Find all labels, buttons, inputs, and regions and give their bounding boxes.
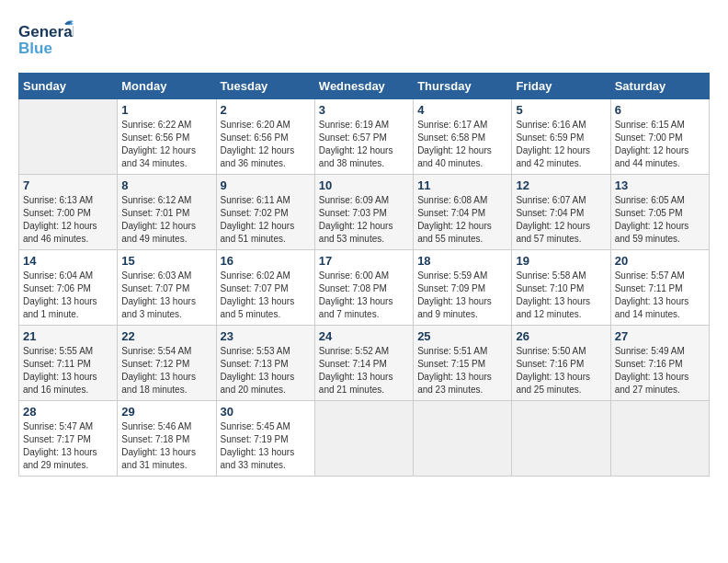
calendar-cell: 8Sunrise: 6:12 AMSunset: 7:01 PMDaylight… [118, 175, 216, 250]
day-number: 7 [23, 178, 113, 192]
calendar-cell: 20Sunrise: 5:57 AMSunset: 7:11 PMDayligh… [610, 250, 709, 326]
day-info: Sunrise: 6:16 AMSunset: 6:59 PMDaylight:… [516, 119, 606, 170]
weekday-header-monday: Monday [118, 74, 216, 99]
calendar-cell: 1Sunrise: 6:22 AMSunset: 6:56 PMDaylight… [118, 99, 216, 175]
day-number: 2 [221, 103, 311, 117]
calendar-cell: 25Sunrise: 5:51 AMSunset: 7:15 PMDayligh… [414, 326, 512, 401]
day-info: Sunrise: 5:52 AMSunset: 7:14 PMDaylight:… [319, 345, 409, 396]
day-info: Sunrise: 5:53 AMSunset: 7:13 PMDaylight:… [221, 345, 311, 396]
day-number: 17 [319, 254, 409, 268]
calendar-cell: 29Sunrise: 5:46 AMSunset: 7:18 PMDayligh… [118, 401, 216, 477]
day-info: Sunrise: 6:07 AMSunset: 7:04 PMDaylight:… [516, 194, 606, 246]
calendar-cell [610, 401, 709, 477]
page-header: General Blue [18, 18, 710, 63]
day-info: Sunrise: 6:05 AMSunset: 7:05 PMDaylight:… [615, 194, 705, 246]
day-info: Sunrise: 6:17 AMSunset: 6:58 PMDaylight:… [417, 119, 507, 170]
calendar-cell: 17Sunrise: 6:00 AMSunset: 7:08 PMDayligh… [314, 250, 413, 326]
day-info: Sunrise: 6:12 AMSunset: 7:01 PMDaylight:… [121, 194, 211, 246]
calendar-cell: 18Sunrise: 5:59 AMSunset: 7:09 PMDayligh… [414, 250, 512, 326]
day-info: Sunrise: 6:04 AMSunset: 7:06 PMDaylight:… [23, 270, 113, 321]
day-number: 14 [23, 254, 113, 268]
day-number: 30 [221, 405, 311, 419]
day-info: Sunrise: 6:08 AMSunset: 7:04 PMDaylight:… [417, 194, 507, 246]
calendar-cell: 13Sunrise: 6:05 AMSunset: 7:05 PMDayligh… [610, 175, 709, 250]
day-number: 8 [121, 178, 211, 192]
calendar-cell: 21Sunrise: 5:55 AMSunset: 7:11 PMDayligh… [19, 326, 118, 401]
day-number: 19 [516, 254, 606, 268]
weekday-header-tuesday: Tuesday [216, 74, 314, 99]
calendar-cell: 27Sunrise: 5:49 AMSunset: 7:16 PMDayligh… [610, 326, 709, 401]
day-info: Sunrise: 5:57 AMSunset: 7:11 PMDaylight:… [615, 270, 705, 321]
calendar-cell: 6Sunrise: 6:15 AMSunset: 7:00 PMDaylight… [610, 99, 709, 175]
weekday-header-thursday: Thursday [414, 74, 512, 99]
weekday-header-saturday: Saturday [610, 74, 709, 99]
calendar-cell: 12Sunrise: 6:07 AMSunset: 7:04 PMDayligh… [512, 175, 610, 250]
day-number: 11 [417, 178, 507, 192]
calendar-cell: 4Sunrise: 6:17 AMSunset: 6:58 PMDaylight… [414, 99, 512, 175]
day-info: Sunrise: 5:50 AMSunset: 7:16 PMDaylight:… [516, 345, 606, 396]
day-number: 16 [221, 254, 311, 268]
calendar-table: SundayMondayTuesdayWednesdayThursdayFrid… [18, 73, 710, 477]
day-info: Sunrise: 6:19 AMSunset: 6:57 PMDaylight:… [319, 119, 409, 170]
day-number: 13 [615, 178, 705, 192]
calendar-cell: 28Sunrise: 5:47 AMSunset: 7:17 PMDayligh… [19, 401, 118, 477]
day-number: 6 [615, 103, 705, 117]
day-info: Sunrise: 5:47 AMSunset: 7:17 PMDaylight:… [23, 420, 113, 472]
day-info: Sunrise: 5:55 AMSunset: 7:11 PMDaylight:… [23, 345, 113, 396]
day-info: Sunrise: 5:54 AMSunset: 7:12 PMDaylight:… [121, 345, 211, 396]
day-info: Sunrise: 6:22 AMSunset: 6:56 PMDaylight:… [121, 119, 211, 170]
day-number: 25 [417, 329, 507, 343]
calendar-cell: 10Sunrise: 6:09 AMSunset: 7:03 PMDayligh… [314, 175, 413, 250]
day-number: 26 [516, 329, 606, 343]
day-number: 10 [319, 178, 409, 192]
weekday-header-friday: Friday [512, 74, 610, 99]
day-info: Sunrise: 6:09 AMSunset: 7:03 PMDaylight:… [319, 194, 409, 246]
day-info: Sunrise: 5:49 AMSunset: 7:16 PMDaylight:… [615, 345, 705, 396]
day-info: Sunrise: 6:11 AMSunset: 7:02 PMDaylight:… [221, 194, 311, 246]
weekday-header-wednesday: Wednesday [314, 74, 413, 99]
day-info: Sunrise: 6:15 AMSunset: 7:00 PMDaylight:… [615, 119, 705, 170]
calendar-cell: 2Sunrise: 6:20 AMSunset: 6:56 PMDaylight… [216, 99, 314, 175]
day-number: 4 [417, 103, 507, 117]
day-info: Sunrise: 6:02 AMSunset: 7:07 PMDaylight:… [221, 270, 311, 321]
day-number: 1 [121, 103, 211, 117]
calendar-cell: 15Sunrise: 6:03 AMSunset: 7:07 PMDayligh… [118, 250, 216, 326]
calendar-cell: 24Sunrise: 5:52 AMSunset: 7:14 PMDayligh… [314, 326, 413, 401]
day-info: Sunrise: 5:58 AMSunset: 7:10 PMDaylight:… [516, 270, 606, 321]
calendar-cell: 9Sunrise: 6:11 AMSunset: 7:02 PMDaylight… [216, 175, 314, 250]
day-number: 18 [417, 254, 507, 268]
day-info: Sunrise: 5:46 AMSunset: 7:18 PMDaylight:… [121, 420, 211, 472]
day-number: 20 [615, 254, 705, 268]
svg-text:General: General [18, 23, 74, 40]
day-info: Sunrise: 5:59 AMSunset: 7:09 PMDaylight:… [417, 270, 507, 321]
day-number: 15 [121, 254, 211, 268]
calendar-cell: 14Sunrise: 6:04 AMSunset: 7:06 PMDayligh… [19, 250, 118, 326]
day-number: 23 [221, 329, 311, 343]
day-info: Sunrise: 5:51 AMSunset: 7:15 PMDaylight:… [417, 345, 507, 396]
calendar-cell: 5Sunrise: 6:16 AMSunset: 6:59 PMDaylight… [512, 99, 610, 175]
calendar-cell [314, 401, 413, 477]
calendar-cell: 3Sunrise: 6:19 AMSunset: 6:57 PMDaylight… [314, 99, 413, 175]
day-number: 28 [23, 405, 113, 419]
calendar-cell [512, 401, 610, 477]
calendar-cell: 23Sunrise: 5:53 AMSunset: 7:13 PMDayligh… [216, 326, 314, 401]
calendar-cell: 30Sunrise: 5:45 AMSunset: 7:19 PMDayligh… [216, 401, 314, 477]
day-info: Sunrise: 6:03 AMSunset: 7:07 PMDaylight:… [121, 270, 211, 321]
calendar-cell: 7Sunrise: 6:13 AMSunset: 7:00 PMDaylight… [19, 175, 118, 250]
calendar-cell: 11Sunrise: 6:08 AMSunset: 7:04 PMDayligh… [414, 175, 512, 250]
day-number: 22 [121, 329, 211, 343]
day-number: 12 [516, 178, 606, 192]
svg-text:Blue: Blue [18, 40, 52, 57]
day-number: 29 [121, 405, 211, 419]
day-info: Sunrise: 6:20 AMSunset: 6:56 PMDaylight:… [221, 119, 311, 170]
calendar-cell: 16Sunrise: 6:02 AMSunset: 7:07 PMDayligh… [216, 250, 314, 326]
calendar-cell: 26Sunrise: 5:50 AMSunset: 7:16 PMDayligh… [512, 326, 610, 401]
day-info: Sunrise: 5:45 AMSunset: 7:19 PMDaylight:… [221, 420, 311, 472]
logo: General Blue [18, 18, 74, 63]
day-info: Sunrise: 6:13 AMSunset: 7:00 PMDaylight:… [23, 194, 113, 246]
day-info: Sunrise: 6:00 AMSunset: 7:08 PMDaylight:… [319, 270, 409, 321]
calendar-cell [414, 401, 512, 477]
day-number: 9 [221, 178, 311, 192]
day-number: 24 [319, 329, 409, 343]
day-number: 21 [23, 329, 113, 343]
